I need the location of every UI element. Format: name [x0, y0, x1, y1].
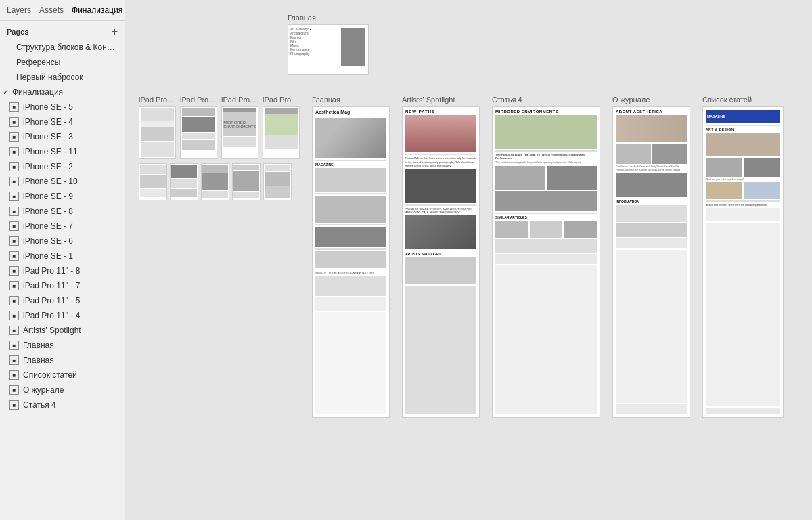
page-frame-icon: ■	[9, 296, 19, 305]
ipad-sm-4	[232, 163, 261, 200]
page-frame-icon: ■	[9, 236, 19, 246]
top-tabs: Layers Assets Финализация ▲	[0, 0, 125, 21]
artists-frame-group: Artists' Spotlight NEW PATHS Richard Mos…	[402, 95, 480, 418]
check-icon: ✓	[3, 88, 12, 97]
page-item-o-zhurnale[interactable]: ■ О журнале	[0, 383, 125, 397]
tab-finalization[interactable]: Финализация ▲	[72, 4, 125, 16]
page-item-iphonese10[interactable]: ■ iPhone SE - 10	[0, 174, 125, 189]
page-frame-icon: ■	[9, 132, 19, 142]
page-item-iphonese6[interactable]: ■ iPhone SE - 6	[0, 234, 125, 248]
page-item-final[interactable]: ✓ Финализация	[0, 85, 125, 100]
page-item-struktura[interactable]: Структура блоков & Контент	[0, 40, 125, 55]
statya-frame: MIRRORED ENVIRONMENTS THE RESULTS WALK T…	[492, 106, 600, 418]
page-item-glavnaya1[interactable]: ■ Главная	[0, 338, 125, 353]
top-frame-thumbnail: Art & Design ▸ArchitectureFashionFilmMus…	[288, 24, 369, 75]
tab-assets[interactable]: Assets	[39, 4, 64, 16]
ipad-section: iPad Pro... iPad Pro...	[139, 95, 300, 200]
page-frame-icon: ■	[9, 177, 19, 186]
page-frame-icon: ■	[9, 311, 19, 320]
page-item-artists[interactable]: ■ Artists' Spotlight	[0, 323, 125, 338]
pages-title: Pages	[7, 28, 28, 36]
glavnaya-frame-group: Главная Aesthetica Mag MAGAZINE	[312, 95, 390, 418]
ipad-sm-3	[201, 163, 229, 200]
page-item-iphonese11[interactable]: ■ iPhone SE - 11	[0, 144, 125, 159]
page-item-iphonese1[interactable]: ■ iPhone SE - 1	[0, 248, 125, 263]
o-zhurnale-frame-group: О журнале ABOUT AESTHETICA Cina Nailos F…	[612, 95, 690, 418]
page-frame-icon: ■	[9, 117, 19, 127]
page-frame-icon: ■	[9, 102, 19, 112]
statya-frame-group: Статья 4 MIRRORED ENVIRONMENTS THE RESUL…	[492, 95, 600, 418]
page-item-iphonese3[interactable]: ■ iPhone SE - 3	[0, 129, 125, 144]
page-frame-icon: ■	[9, 281, 19, 290]
page-item-nabrosok[interactable]: Первый набросок	[0, 70, 125, 85]
page-frame-icon: ■	[9, 355, 19, 365]
page-item-iphonese4[interactable]: ■ iPhone SE - 4	[0, 114, 125, 129]
page-item-iphonese7[interactable]: ■ iPhone SE - 7	[0, 219, 125, 234]
ipad-sm-1	[139, 163, 167, 200]
pages-list: Структура блоков & Контент Референсы Пер…	[0, 40, 125, 520]
top-frame-group: Главная Art & Design ▸ArchitectureFashio…	[288, 14, 369, 75]
page-item-ipadpro4[interactable]: ■ iPad Pro 11" - 4	[0, 308, 125, 323]
page-item-spisok[interactable]: ■ Список статей	[0, 368, 125, 383]
page-item-ipadpro7[interactable]: ■ iPad Pro 11" - 7	[0, 278, 125, 293]
page-item-iphonese9[interactable]: ■ iPhone SE - 9	[0, 189, 125, 204]
page-frame-icon: ■	[9, 370, 19, 380]
page-frame-icon: ■	[9, 385, 19, 395]
page-frame-icon: ■	[9, 266, 19, 276]
add-page-button[interactable]: +	[112, 26, 118, 37]
pages-header: Pages +	[0, 21, 125, 40]
page-frame-icon: ■	[9, 400, 19, 410]
spisok-frame: MAGAZINE ART & DESIGN What are you in th…	[702, 106, 784, 418]
ipad-frame-1: iPad Pro...	[139, 95, 176, 159]
page-frame-icon: ■	[9, 207, 19, 216]
ipad-frame-4: iPad Pro...	[263, 95, 300, 159]
page-item-ipadpro8[interactable]: ■ iPad Pro 11" - 8	[0, 263, 125, 278]
page-item-ipadpro5[interactable]: ■ iPad Pro 11" - 5	[0, 293, 125, 308]
page-frame-icon: ■	[9, 221, 19, 231]
ipad-frame-3: iPad Pro... MIRROREDENVIRONMENTS	[221, 95, 258, 159]
o-zhurnale-frame: ABOUT AESTHETICA Cina Nailos Facebook Ca…	[612, 106, 690, 418]
page-item-glavnaya2[interactable]: ■ Главная	[0, 353, 125, 368]
page-frame-icon: ■	[9, 192, 19, 201]
main-canvas: Главная Art & Design ▸ArchitectureFashio…	[125, 0, 812, 520]
ipad-sm-2	[170, 163, 198, 200]
top-frame-label: Главная	[288, 14, 316, 22]
page-frame-icon: ■	[9, 341, 19, 350]
page-frame-icon: ■	[9, 326, 19, 335]
page-item-ref[interactable]: Референсы	[0, 55, 125, 70]
page-frame-icon: ■	[9, 251, 19, 261]
page-item-iphonese5[interactable]: ■ iPhone SE - 5	[0, 100, 125, 114]
tab-layers[interactable]: Layers	[7, 4, 31, 16]
glavnaya-frame: Aesthetica Mag MAGAZINE SIGN UP TO THE A…	[312, 106, 390, 418]
spisok-frame-group: Список статей MAGAZINE ART & DESIGN What…	[702, 95, 784, 418]
ipad-frame-2: iPad Pro...	[180, 95, 217, 159]
ipad-sm-5	[263, 163, 292, 200]
page-item-statya4[interactable]: ■ Статья 4	[0, 397, 125, 412]
page-frame-icon: ■	[9, 147, 19, 156]
page-item-iphonese8[interactable]: ■ iPhone SE - 8	[0, 204, 125, 219]
sidebar: Layers Assets Финализация ▲ Pages + Стру…	[0, 0, 125, 520]
page-frame-icon: ■	[9, 162, 19, 171]
page-item-iphonese2[interactable]: ■ iPhone SE - 2	[0, 159, 125, 174]
artists-frame: NEW PATHS Richard Mosse has been known i…	[402, 106, 480, 418]
